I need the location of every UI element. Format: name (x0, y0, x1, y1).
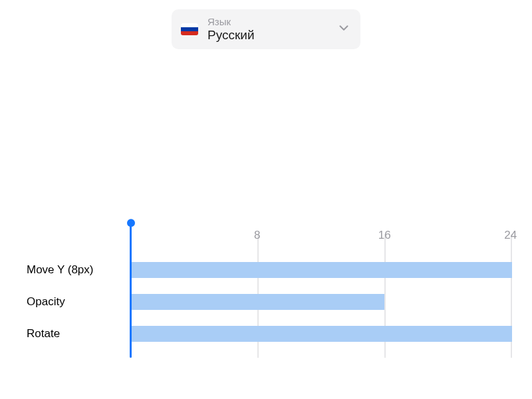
timeline-bar-row (130, 318, 512, 350)
timeline-tick: 8 (254, 229, 260, 242)
language-select-value: Русский (207, 28, 336, 43)
timeline-bar-row (130, 286, 512, 318)
language-select-label: Язык (207, 16, 336, 27)
language-select[interactable]: Язык Русский (172, 9, 360, 49)
timeline-bar-rotate[interactable] (130, 326, 512, 342)
language-select-text: Язык Русский (207, 16, 336, 42)
timeline-chart[interactable]: 8 16 24 (130, 222, 512, 355)
timeline-row-label: Rotate (27, 318, 126, 350)
timeline-bar-opacity[interactable] (130, 294, 384, 310)
timeline-playhead[interactable] (130, 223, 132, 358)
chevron-down-icon (336, 21, 351, 38)
russia-flag-icon (181, 23, 198, 35)
timeline-tick: 16 (378, 229, 391, 242)
timeline-bar-movey[interactable] (130, 262, 512, 278)
timeline-playhead-handle[interactable] (127, 219, 135, 227)
timeline-bar-row (130, 254, 512, 286)
timeline-row-labels: Move Y (8px) Opacity Rotate (27, 254, 126, 350)
timeline-row-label: Move Y (8px) (27, 254, 126, 286)
timeline-tick: 24 (504, 229, 517, 242)
timeline-row-label: Opacity (27, 286, 126, 318)
timeline-bars (130, 254, 512, 350)
